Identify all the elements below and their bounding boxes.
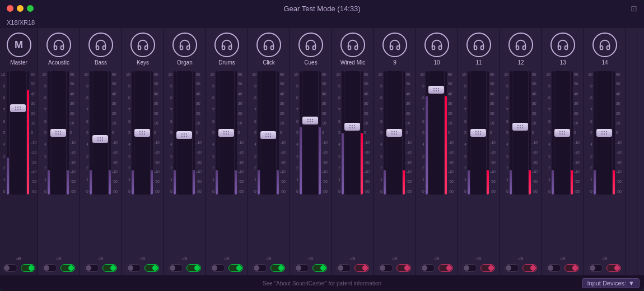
ch9-toggle1[interactable] xyxy=(379,264,393,272)
ch12-toggle1[interactable] xyxy=(505,264,519,272)
channel-organ: Organ 109876543210 xyxy=(164,28,206,275)
keys-toggle1[interactable] xyxy=(127,264,141,272)
master-toggle2[interactable] xyxy=(21,264,35,272)
drums-fader[interactable] xyxy=(218,129,234,137)
master-icon-wrapper[interactable]: M xyxy=(7,33,31,57)
bass-toggle1[interactable] xyxy=(85,264,99,272)
master-scale-right: 6050403020100-10-20-30-40-50-60 xyxy=(31,71,36,195)
ch-scale-left: 109876543210 xyxy=(84,71,88,195)
ch9-toggle2[interactable] xyxy=(396,264,411,272)
ch-meter-right xyxy=(67,71,69,195)
footer: See "About SoundCaster" for patent infor… xyxy=(0,275,644,291)
keys-toggle2[interactable] xyxy=(144,264,159,272)
channel-11: 11 109876543210 xyxy=(458,28,500,275)
ch13-name: 13 xyxy=(559,59,566,66)
ch-bottom xyxy=(43,264,75,272)
headphone-icon xyxy=(515,39,527,51)
channel-keys: Keys 109876543210 xyxy=(122,28,164,275)
acoustic-name: Acoustic xyxy=(48,59,69,66)
drums-toggle2[interactable] xyxy=(228,264,243,272)
fader-grip xyxy=(15,107,21,110)
drums-name: Drums xyxy=(218,59,235,66)
ch-scale-left: 109876543210 xyxy=(42,71,46,195)
ch9-name: 9 xyxy=(393,59,396,66)
organ-name: Organ xyxy=(177,59,193,66)
bass-toggle2[interactable] xyxy=(102,264,117,272)
channel-master: M Master 109876543210 xyxy=(0,28,38,275)
channel-14: 14 109876543210 xyxy=(584,28,626,275)
ch13-fader[interactable] xyxy=(554,129,570,137)
channel-acoustic: Acoustic 109876543210 xyxy=(38,28,80,275)
ch11-toggle2[interactable] xyxy=(480,264,495,272)
master-bottom xyxy=(3,264,35,272)
drums-toggle1[interactable] xyxy=(211,264,225,272)
click-toggle2[interactable] xyxy=(270,264,285,272)
keys-fader[interactable] xyxy=(134,129,150,137)
master-toggle1[interactable] xyxy=(3,264,17,272)
channel-10: 10 109876543210 xyxy=(416,28,458,275)
channel-bass: Bass 109876543210 xyxy=(80,28,122,275)
ch-toggle1[interactable] xyxy=(43,264,57,272)
bass-name: Bass xyxy=(95,59,107,66)
ch-db-label: dB xyxy=(57,257,62,261)
headphone-icon xyxy=(389,39,401,51)
channel-drums: Drums 109876543210 xyxy=(206,28,248,275)
ch10-toggle2[interactable] xyxy=(438,264,453,272)
headphone-icon xyxy=(347,39,359,51)
close-button[interactable] xyxy=(7,5,13,12)
master-toggle1-knob xyxy=(4,265,10,271)
ch11-name: 11 xyxy=(475,59,482,66)
channel-12: 12 109876543210 xyxy=(500,28,542,275)
headphone-icon xyxy=(137,39,149,51)
maximize-button[interactable] xyxy=(27,5,34,12)
click-fader[interactable] xyxy=(260,131,276,139)
ch14-toggle2[interactable] xyxy=(606,264,621,272)
ch11-toggle1[interactable] xyxy=(463,264,477,272)
wiredmic-fader[interactable] xyxy=(344,123,360,131)
headphone-icon xyxy=(431,39,443,51)
master-fader-handle[interactable] xyxy=(10,104,26,112)
ch13-toggle2[interactable] xyxy=(564,264,579,272)
organ-toggle2[interactable] xyxy=(186,264,201,272)
acoustic-icon-wrapper[interactable] xyxy=(46,33,71,57)
master-scale-left: 109876543210 xyxy=(1,71,6,195)
cues-toggle1[interactable] xyxy=(295,264,309,272)
ch9-fader[interactable] xyxy=(386,129,402,137)
organ-fader[interactable] xyxy=(176,131,192,139)
traffic-lights xyxy=(7,5,34,12)
footer-text: See "About SoundCaster" for patent infor… xyxy=(263,280,381,287)
ch14-name: 14 xyxy=(601,59,608,66)
cues-toggle2[interactable] xyxy=(312,264,327,272)
main-window: Gear Test Mode (14:33) ⊡ X18/XR18 M Mast… xyxy=(0,0,644,291)
headphone-icon xyxy=(95,39,107,51)
ch10-toggle1[interactable] xyxy=(421,264,435,272)
ch-fader-handle[interactable] xyxy=(50,129,66,137)
ch11-fader[interactable] xyxy=(470,129,486,137)
wiredmic-name: Wired Mic xyxy=(340,59,365,66)
master-icon: M xyxy=(15,39,23,51)
ch13-toggle1[interactable] xyxy=(547,264,561,272)
window-title: Gear Test Mode (14:33) xyxy=(283,4,360,13)
channel-wiredmic: Wired Mic 109876543210 xyxy=(332,28,374,275)
bass-fader-handle[interactable] xyxy=(92,135,108,143)
ch12-toggle2[interactable] xyxy=(522,264,537,272)
ch12-fader[interactable] xyxy=(512,123,528,131)
ch12-name: 12 xyxy=(517,59,524,66)
ch10-name: 10 xyxy=(433,59,440,66)
input-devices-label: Input Devices: xyxy=(587,280,626,287)
headphone-icon xyxy=(221,39,233,51)
ch14-toggle1[interactable] xyxy=(589,264,603,272)
ch-toggle2[interactable] xyxy=(60,264,75,272)
ch10-fader[interactable] xyxy=(428,86,444,94)
ch14-fader[interactable] xyxy=(596,129,612,137)
cues-fader[interactable] xyxy=(302,117,318,124)
click-toggle1[interactable] xyxy=(253,264,267,272)
organ-toggle1[interactable] xyxy=(169,264,183,272)
bass-icon-wrapper[interactable] xyxy=(88,33,113,57)
wiredmic-toggle1[interactable] xyxy=(337,264,351,272)
wiredmic-toggle2[interactable] xyxy=(354,264,369,272)
input-devices-button[interactable]: Input Devices: ▼ xyxy=(582,278,640,288)
minimize-button[interactable] xyxy=(17,5,24,12)
ch-fader-track xyxy=(50,71,66,195)
cues-name: Cues xyxy=(304,59,317,66)
